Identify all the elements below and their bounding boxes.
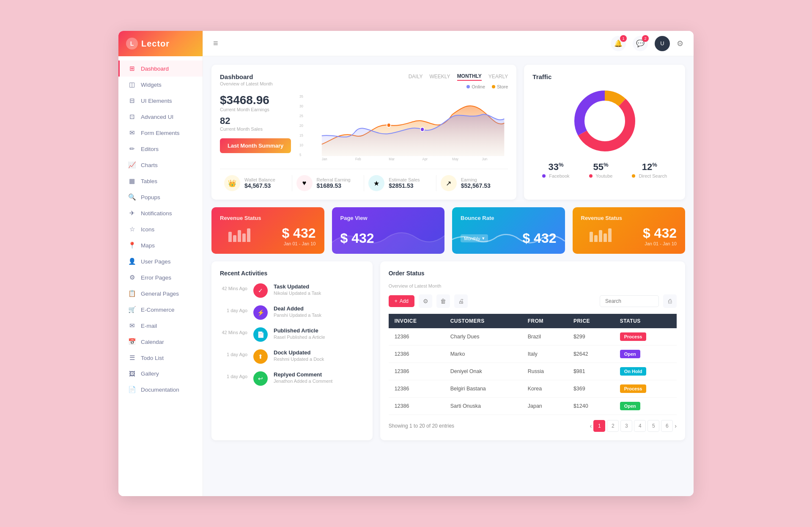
sidebar-item-todo[interactable]: ☰Todo List: [118, 350, 203, 366]
sidebar-item-user-pages[interactable]: 👤User Pages: [118, 253, 203, 269]
status-cell: Open: [614, 346, 677, 363]
from-cell: Russia: [522, 363, 568, 380]
sidebar-label-maps: Maps: [141, 242, 155, 249]
messages-button[interactable]: 💬 2: [633, 36, 648, 51]
activity-time: 42 Mins Ago: [220, 283, 247, 291]
user-avatar[interactable]: U: [655, 36, 670, 51]
activity-title: Published Article: [274, 327, 325, 334]
invoice-cell: 12386: [389, 380, 444, 398]
sidebar-item-notifications[interactable]: ✈Notifications: [118, 205, 203, 221]
metric-name: Wallet Balance: [244, 177, 275, 182]
sidebar-label-user-pages: User Pages: [141, 258, 171, 265]
price-cell: $299: [568, 328, 614, 346]
earnings-value: $3468.96: [220, 93, 291, 107]
page-5[interactable]: 5: [647, 420, 659, 432]
print-toolbar-button[interactable]: 🖨: [454, 294, 468, 308]
activity-icon: 📄: [253, 327, 268, 342]
order-status-card: Order Status Overview of Latest Month + …: [380, 261, 685, 440]
activity-title: Task Updated: [274, 283, 321, 290]
bar-5: [247, 228, 250, 242]
col-price: PRICE: [568, 314, 614, 328]
sidebar-item-gallery[interactable]: 🖼Gallery: [118, 366, 203, 382]
metric-name: Estimate Sales: [389, 177, 420, 182]
status-badge: Open: [620, 402, 640, 410]
bar-2: [233, 235, 236, 242]
stat-card-title: Bounce Rate: [461, 215, 557, 221]
traffic-dot: [632, 174, 635, 178]
traffic-card: Traffic 33% Facebook 5: [524, 65, 685, 200]
tab-monthly[interactable]: MONTHLY: [457, 73, 482, 81]
sidebar-item-ui-elements[interactable]: ⊟UI Elements: [118, 93, 203, 109]
notifications-badge: 1: [620, 35, 627, 42]
donut-chart: [571, 87, 639, 155]
sidebar-label-editors: Editors: [141, 146, 159, 152]
status-cell: Process: [614, 328, 677, 346]
sidebar-item-form-elements[interactable]: ✉Form Elements: [118, 125, 203, 141]
metric-icon: ★: [368, 175, 384, 191]
traffic-legend-facebook: 33% Facebook: [542, 162, 569, 178]
sidebar-item-ecommerce[interactable]: 🛒E-Commerce: [118, 302, 203, 318]
sidebar-item-charts[interactable]: 📈Charts: [118, 157, 203, 173]
tab-weekly[interactable]: WEEKLY: [430, 74, 450, 80]
tab-yearly[interactable]: YEARLY: [488, 74, 508, 80]
sidebar-item-editors[interactable]: ✏Editors: [118, 141, 203, 157]
notifications-button[interactable]: 🔔 1: [611, 36, 626, 51]
activity-sub: Panshi Updated a Task: [274, 313, 321, 318]
sidebar: L Lector ⊞Dashboard◫Widgets⊟UI Elements⊡…: [118, 31, 203, 496]
from-cell: Brazil: [522, 328, 568, 346]
ui-elements-icon: ⊟: [128, 97, 136, 104]
customer-cell: Deniyel Onak: [444, 363, 522, 380]
sidebar-label-email: E-mail: [141, 323, 157, 329]
todo-icon: ☰: [128, 354, 136, 362]
export-button[interactable]: ⎙: [663, 294, 677, 308]
from-cell: Korea: [522, 380, 568, 398]
page-1[interactable]: 1: [593, 420, 605, 432]
delete-toolbar-button[interactable]: 🗑: [436, 294, 450, 308]
page-next[interactable]: ›: [675, 423, 677, 429]
hamburger-icon[interactable]: ≡: [213, 38, 218, 48]
page-prev[interactable]: ‹: [590, 423, 592, 429]
tab-daily[interactable]: DAILY: [409, 74, 423, 80]
activity-content: Dock Updated Reshmi Updated a Dock: [274, 349, 324, 362]
sidebar-item-documentation[interactable]: 📄Documentation: [118, 382, 203, 398]
general-pages-icon: 📋: [128, 290, 136, 297]
status-badge: Process: [620, 332, 647, 341]
page-4[interactable]: 4: [634, 420, 646, 432]
customer-cell: Charly Dues: [444, 328, 522, 346]
invoice-cell: 12386: [389, 328, 444, 346]
add-button[interactable]: + Add: [389, 295, 414, 307]
sidebar-item-dashboard[interactable]: ⊞Dashboard: [118, 60, 203, 77]
sidebar-item-error-pages[interactable]: ⚙Error Pages: [118, 269, 203, 285]
dash-stats: $3468.96 Current Month Earnings 82 Curre…: [220, 93, 291, 159]
sidebar-item-icons[interactable]: ☆Icons: [118, 221, 203, 237]
settings-toolbar-button[interactable]: ⚙: [419, 294, 432, 308]
page-buttons: ‹123456›: [590, 420, 677, 432]
sidebar-item-tables[interactable]: ▦Tables: [118, 173, 203, 189]
sidebar-item-email[interactable]: ✉E-mail: [118, 318, 203, 334]
activity-sub: Reshmi Updated a Dock: [274, 357, 324, 362]
sidebar-item-widgets[interactable]: ◫Widgets: [118, 77, 203, 93]
stat-card-page-view: Page View $ 432: [332, 207, 445, 254]
sidebar-label-gallery: Gallery: [141, 371, 159, 377]
traffic-pct: 12%: [632, 162, 667, 173]
sidebar-item-general-pages[interactable]: 📋General Pages: [118, 285, 203, 302]
sidebar-item-advanced-ui[interactable]: ⊡Advanced UI: [118, 109, 203, 125]
page-3[interactable]: 3: [620, 420, 632, 432]
charts-icon: 📈: [128, 161, 136, 169]
advanced-ui-icon: ⊡: [128, 113, 136, 121]
search-input[interactable]: [600, 295, 659, 307]
sidebar-item-popups[interactable]: 🔍Popups: [118, 189, 203, 205]
page-2[interactable]: 2: [607, 420, 619, 432]
sidebar-label-dashboard: Dashboard: [141, 66, 169, 72]
activity-content: Task Updated Nikolai Updated a Task: [274, 283, 321, 296]
sidebar-item-calendar[interactable]: 📅Calendar: [118, 334, 203, 350]
bar-2: [594, 235, 598, 242]
sidebar-item-maps[interactable]: 📍Maps: [118, 237, 203, 253]
last-month-button[interactable]: Last Month Summary: [220, 138, 291, 153]
svg-text:25: 25: [299, 114, 303, 118]
main-area: ≡ 🔔 1 💬 2 U ⚙: [203, 31, 694, 496]
page-6[interactable]: 6: [661, 420, 673, 432]
settings-icon[interactable]: ⚙: [677, 39, 683, 48]
price-cell: $369: [568, 380, 614, 398]
logo-icon: L: [126, 38, 138, 49]
